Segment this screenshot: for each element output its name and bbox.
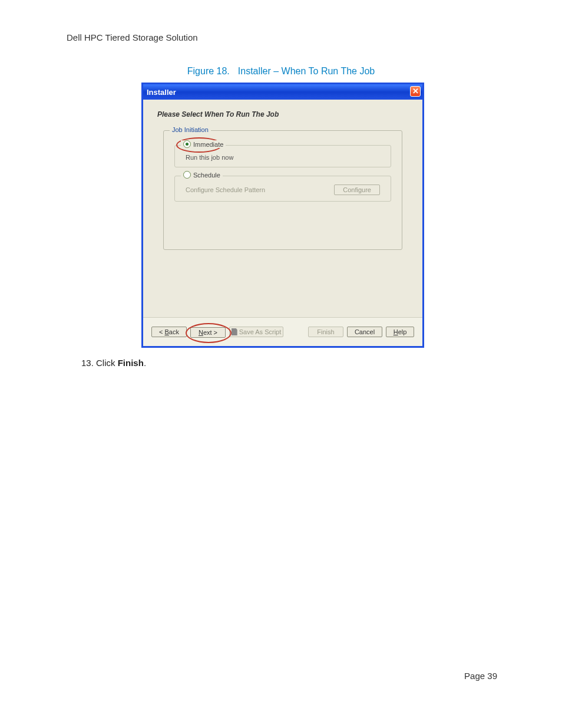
close-icon[interactable]: ✕ <box>410 86 421 97</box>
save-label: Save As Script <box>239 328 282 335</box>
immediate-label: Immediate <box>193 141 223 148</box>
immediate-option[interactable]: Immediate <box>181 140 226 148</box>
job-initiation-legend: Job Initiation <box>170 126 211 133</box>
back-button[interactable]: < Back <box>151 327 187 337</box>
back-mnemonic: B <box>165 328 169 335</box>
dialog-prompt: Please Select When To Run The Job <box>157 110 408 118</box>
save-as-script-button[interactable]: Save As Script <box>229 327 283 337</box>
figure-title: Installer – When To Run The Job <box>238 66 375 76</box>
next-button[interactable]: Next > <box>190 327 226 338</box>
installer-window: Installer ✕ Please Select When To Run Th… <box>141 83 424 348</box>
step-13: 13. Click Finish. <box>81 358 146 368</box>
back-pre: < <box>159 328 164 335</box>
immediate-group: Immediate Run this job now <box>174 145 391 167</box>
figure-caption: Figure 18.Installer – When To Run The Jo… <box>0 66 562 77</box>
next-post: ext > <box>203 329 217 336</box>
schedule-option[interactable]: Schedule <box>181 171 223 179</box>
schedule-desc: Configure Schedule Pattern <box>186 186 265 193</box>
help-post: elp <box>398 328 407 335</box>
step-bold: Finish <box>118 358 144 368</box>
radio-immediate[interactable] <box>183 140 191 148</box>
help-button[interactable]: Help <box>386 327 414 337</box>
schedule-label: Schedule <box>193 172 220 179</box>
schedule-group: Schedule Configure Schedule Pattern Conf… <box>174 176 391 202</box>
button-bar: < Back Next > Save As Script Finish Canc… <box>143 317 422 346</box>
radio-schedule[interactable] <box>183 171 191 179</box>
save-icon <box>232 328 237 335</box>
step-number: 13. <box>81 358 94 368</box>
page-number: Page 39 <box>464 671 497 681</box>
window-title: Installer <box>147 88 176 97</box>
job-initiation-group: Job Initiation Immediate Run this job no… <box>163 130 402 250</box>
next-wrap: Next > <box>190 327 226 338</box>
next-mnemonic: N <box>199 329 203 336</box>
cancel-button[interactable]: Cancel <box>347 327 382 337</box>
back-post: ack <box>169 328 179 335</box>
page-header: Dell HPC Tiered Storage Solution <box>67 32 198 42</box>
configure-button[interactable]: Configure <box>334 185 380 195</box>
immediate-desc: Run this job now <box>186 154 380 161</box>
finish-button[interactable]: Finish <box>308 327 343 337</box>
step-pre: Click <box>94 358 118 368</box>
dialog-body: Please Select When To Run The Job Job In… <box>143 100 422 250</box>
window-titlebar: Installer ✕ <box>143 84 422 100</box>
figure-number: Figure 18. <box>187 66 230 76</box>
step-post: . <box>144 358 146 368</box>
help-mnemonic: H <box>394 328 398 335</box>
